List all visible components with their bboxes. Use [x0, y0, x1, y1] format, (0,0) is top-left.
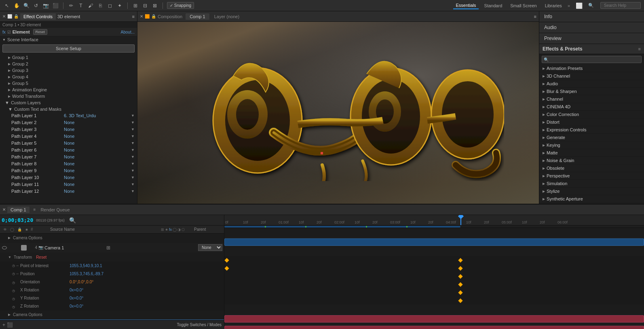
group5-item[interactable]: ▶ Group 5 — [0, 80, 137, 86]
noise-grain-category[interactable]: ▶ Noise & Grain — [539, 157, 644, 164]
align2-icon[interactable]: ⊟ — [141, 2, 149, 9]
simulation-category[interactable]: ▶ Simulation — [539, 180, 644, 188]
poi-value[interactable]: 1055.3,540.9,10.1 — [70, 264, 102, 268]
workspace-essentials-tab[interactable]: Essentials — [453, 2, 478, 9]
timeline-close[interactable]: ✕ — [2, 207, 6, 212]
group3-item[interactable]: ▶ Group 3 — [0, 67, 137, 74]
path-layer-1-dropdown[interactable]: ▼ — [131, 114, 135, 118]
workspace-libraries-tab[interactable]: Libraries — [543, 2, 564, 9]
add-layer-button[interactable]: + — [2, 322, 5, 328]
position-value[interactable]: 1055.3,745.6,-89.7 — [70, 272, 103, 276]
transform-reset[interactable]: Reset — [36, 255, 46, 259]
color-correction-category[interactable]: ▶ Color Correction — [539, 111, 644, 118]
camera-tool-icon[interactable]: 📷 — [42, 2, 49, 9]
camera1-switch[interactable]: 📷 — [38, 245, 44, 251]
z-rotation-value[interactable]: 0x+0.0° — [70, 304, 83, 308]
synthetic-aperture-category[interactable]: ▶ Synthetic Aperture — [539, 195, 644, 203]
comp-close[interactable]: ✕ — [140, 14, 143, 19]
effect-controls-tab[interactable]: Effect Controls — [20, 13, 56, 20]
text-tool-icon[interactable]: T — [77, 2, 84, 9]
custom-text-header[interactable]: ▼ Custom Text and Masks — [0, 106, 137, 112]
perspective-category[interactable]: ▶ Perspective — [539, 172, 644, 180]
path-layer-8-value[interactable]: None — [64, 161, 130, 166]
path-layer-9-value[interactable]: None — [64, 168, 130, 173]
comp1-tab[interactable]: Comp 1 — [186, 13, 209, 20]
position-stopwatch[interactable]: ◷ — [12, 272, 15, 276]
path-layer-10-value[interactable]: None — [64, 175, 130, 180]
path-layer-8-dropdown[interactable]: ▼ — [131, 162, 135, 166]
path-layer-4-dropdown[interactable]: ▼ — [131, 134, 135, 138]
path-layer-11-dropdown[interactable]: ▼ — [131, 182, 135, 186]
search-layers-button[interactable]: 🔍 — [69, 217, 76, 224]
composition-viewer[interactable]: Active Camera Renderer: Ray-traced 3D — [137, 22, 539, 204]
orientation-stopwatch[interactable]: ◷ — [12, 281, 15, 285]
workspace-more-icon[interactable]: » — [568, 3, 570, 8]
effect-controls-menu[interactable]: ≡ — [132, 14, 135, 19]
app-switcher-icon[interactable]: ⬜ — [576, 2, 583, 9]
zoom-tool-icon[interactable]: 🔍 — [23, 2, 30, 9]
camera1-solo[interactable] — [8, 245, 14, 251]
channel-category[interactable]: ▶ Channel — [539, 95, 644, 103]
xrot-stopwatch[interactable]: ◷ — [12, 289, 15, 293]
path-layer-12-dropdown[interactable]: ▼ — [131, 189, 135, 193]
path-layer-11-value[interactable]: None — [64, 182, 130, 187]
blur-sharpen-category[interactable]: ▶ Blur & Sharpen — [539, 88, 644, 95]
group1-item[interactable]: ▶ Group 1 — [0, 54, 137, 61]
audio-tab[interactable]: Audio — [539, 22, 644, 33]
3d-channel-category[interactable]: ▶ 3D Channel — [539, 72, 644, 80]
stylize-category[interactable]: ▶ Stylize — [539, 188, 644, 195]
timeline-tab[interactable]: Comp 1 — [7, 207, 30, 213]
orientation-value[interactable]: 0.0°,0.0°,0.0° — [70, 280, 93, 284]
layer-switches-button[interactable]: ⬛ — [7, 322, 13, 328]
effects-search-bar[interactable]: 🔍 — [542, 56, 642, 63]
path-layer-2-value[interactable]: None — [64, 120, 130, 125]
animation-presets-category[interactable]: ▶ Animation Presets — [539, 65, 644, 72]
camera1-layer-row[interactable]: 4 📷 Camera 1 ⊞ None — [0, 243, 224, 253]
path-layer-7-dropdown[interactable]: ▼ — [131, 155, 135, 159]
reset-button[interactable]: Reset — [33, 29, 48, 35]
effect-controls-close[interactable]: ✕ — [2, 14, 6, 19]
matte-category[interactable]: ▶ Matte — [539, 149, 644, 157]
snapping-button[interactable]: ✓ Snapping — [167, 2, 194, 9]
effects-search-input[interactable] — [550, 57, 640, 62]
info-tab[interactable]: Info — [539, 11, 644, 22]
preview-tab[interactable]: Preview — [539, 33, 644, 44]
path-layer-4-value[interactable]: None — [64, 134, 130, 139]
toggle-switches-modes[interactable]: Toggle Switches / Modes — [177, 323, 222, 327]
x-rotation-value[interactable]: 0x+0.0° — [70, 288, 83, 292]
search-input[interactable] — [600, 2, 641, 9]
workspace-small-screen-tab[interactable]: Small Screen — [508, 2, 539, 9]
eraser-tool-icon[interactable]: ◻ — [106, 2, 114, 9]
path-layer-2-dropdown[interactable]: ▼ — [131, 120, 135, 124]
rotate-tool-icon[interactable]: ↺ — [32, 2, 40, 9]
comp-menu[interactable]: ≡ — [534, 14, 536, 19]
y-rotation-value[interactable]: 0x+0.0° — [70, 296, 83, 300]
render-queue-tab[interactable]: Render Queue — [37, 207, 73, 213]
workspace-standard-tab[interactable]: Standard — [482, 2, 505, 9]
clone-tool-icon[interactable]: ⎘ — [97, 2, 104, 9]
brush-tool-icon[interactable]: 🖌 — [87, 2, 94, 9]
path-layer-5-dropdown[interactable]: ▼ — [131, 141, 135, 145]
pen-tool-icon[interactable]: ✏ — [68, 2, 75, 9]
hand-tool-icon[interactable]: ✋ — [13, 2, 20, 9]
zrot-stopwatch[interactable]: ◷ — [12, 305, 15, 309]
align3-icon[interactable]: ⊠ — [151, 2, 158, 9]
path-layer-6-value[interactable]: None — [64, 148, 130, 152]
puppet-tool-icon[interactable]: ✦ — [116, 2, 123, 9]
path-layer-10-dropdown[interactable]: ▼ — [131, 175, 135, 179]
group4-item[interactable]: ▶ Group 4 — [0, 74, 137, 80]
effects-presets-menu[interactable]: ≡ — [638, 46, 641, 51]
expression-controls-category[interactable]: ▶ Expression Controls — [539, 126, 644, 134]
animation-engine-item[interactable]: ▶ Animation Engine — [0, 86, 137, 93]
generate-category[interactable]: ▶ Generate — [539, 134, 644, 141]
camera1-parent-select[interactable]: None — [198, 244, 222, 251]
selection-tool-icon[interactable]: ↖ — [3, 2, 11, 9]
path-layer-12-value[interactable]: None — [64, 189, 130, 194]
cinema4d-category[interactable]: ▶ CINEMA 4D — [539, 103, 644, 111]
world-transform-item[interactable]: ▶ World Transform — [0, 93, 137, 99]
align-icon[interactable]: ⊞ — [132, 2, 139, 9]
scene-setup-button[interactable]: Scene Setup — [2, 44, 135, 53]
path-layer-7-value[interactable]: None — [64, 154, 130, 159]
timeline-menu[interactable]: ≡ — [34, 207, 36, 212]
layer-tool-icon[interactable]: ⬛ — [52, 2, 59, 9]
